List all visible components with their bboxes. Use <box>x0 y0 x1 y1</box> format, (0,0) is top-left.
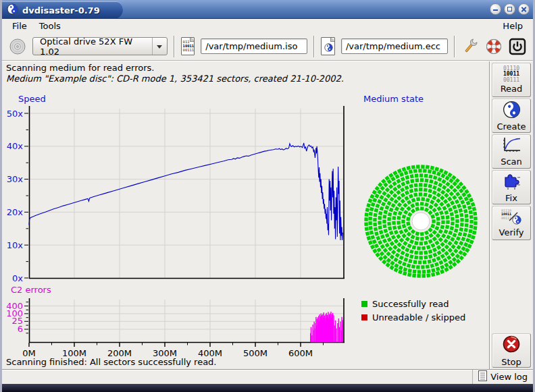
verify-icon: 011101001100111 <box>501 209 521 227</box>
svg-text:30x: 30x <box>7 174 24 184</box>
title-tab: dvdisaster-0.79 <box>0 1 123 19</box>
scan-button[interactable]: Scan <box>492 134 531 169</box>
speed-and-c2-chart: 0x10x20x30x40x50x6251004000M100M200M300M… <box>5 92 357 362</box>
medium-state-title: Medium state <box>363 94 424 104</box>
menubar: File Tools Help <box>2 19 533 32</box>
svg-text:40x: 40x <box>7 141 24 151</box>
preferences-wrench-icon[interactable] <box>461 37 479 56</box>
svg-text:400: 400 <box>6 301 23 311</box>
app-window: dvdisaster-0.79 File Tools Help Optical … <box>0 0 535 392</box>
legend-green-swatch <box>361 301 367 307</box>
menu-help[interactable]: Help <box>496 20 529 32</box>
drive-selector[interactable]: Optical drive 52X FW 1.02 <box>32 37 168 55</box>
scan-chart-icon <box>501 136 521 156</box>
ecc-yinyang-icon <box>324 43 333 53</box>
drive-selector-value: Optical drive 52X FW 1.02 <box>33 36 152 57</box>
scan-button-label: Scan <box>501 157 522 167</box>
fix-button-label: Fix <box>505 193 517 203</box>
legend-item-bad: Unreadable / skipped <box>361 310 465 324</box>
svg-text:500M: 500M <box>243 348 268 358</box>
cd-drive-icon <box>9 38 26 55</box>
main-content: Scanning medium for read errors. Medium … <box>2 61 533 369</box>
fix-button[interactable]: Fix <box>492 170 531 204</box>
status-line2: Medium "Example disc": CD-R mode 1, 3534… <box>6 74 344 84</box>
fix-puzzle-icon <box>501 171 521 192</box>
toolbar: Optical drive 52X FW 1.02 011 10011 0011… <box>2 32 533 61</box>
verify-button[interactable]: 011101001100111 Verify <box>492 206 531 240</box>
stop-icon <box>501 334 521 356</box>
finish-status-line: Scanning finished: All sectors successfu… <box>6 357 217 367</box>
legend-bad-label: Unreadable / skipped <box>372 312 465 323</box>
titlebar: dvdisaster-0.79 <box>0 0 535 19</box>
status-line1: Scanning medium for read errors. <box>6 63 154 73</box>
ecc-file-icon <box>321 37 335 55</box>
svg-text:20x: 20x <box>7 207 24 217</box>
log-document-icon <box>478 370 487 383</box>
menu-file[interactable]: File <box>6 20 33 32</box>
read-binary-icon: 011101001100111 <box>503 66 519 84</box>
quit-power-icon[interactable] <box>509 38 526 55</box>
verify-button-label: Verify <box>499 227 524 237</box>
view-log-label: View log <box>490 372 528 382</box>
medium-state-disc <box>360 159 486 281</box>
view-log-button[interactable]: View log <box>472 370 533 384</box>
stop-button-label: Stop <box>501 357 521 367</box>
ecc-path-input[interactable] <box>341 38 448 54</box>
legend-ok-label: Successfully read <box>372 299 449 309</box>
svg-text:50x: 50x <box>7 109 24 119</box>
toolbar-separator <box>454 36 455 57</box>
iso-file-icon: 011 10011 00111 <box>181 37 195 55</box>
iso-path-input[interactable] <box>201 38 307 54</box>
svg-text:10x: 10x <box>7 240 24 250</box>
create-yinyang-icon <box>503 101 521 121</box>
minimize-button[interactable] <box>490 3 501 15</box>
legend-item-ok: Successfully read <box>361 297 465 310</box>
toolbar-separator <box>174 36 175 57</box>
svg-text:0x: 0x <box>12 273 23 283</box>
menu-tools[interactable]: Tools <box>33 20 67 32</box>
read-button[interactable]: 011101001100111 Read <box>492 63 531 97</box>
stop-button[interactable]: Stop <box>492 333 531 368</box>
create-button-label: Create <box>496 121 526 132</box>
chevron-down-icon <box>153 42 166 51</box>
create-button[interactable]: Create <box>492 99 531 133</box>
statusbar: View log <box>2 369 533 384</box>
maximize-button[interactable] <box>504 3 515 15</box>
help-lifebuoy-icon[interactable] <box>485 38 503 55</box>
action-sidebar: 011101001100111 Read Create Scan Fix <box>489 61 533 369</box>
app-icon <box>7 3 18 18</box>
svg-text:600M: 600M <box>288 348 313 358</box>
window-title: dvdisaster-0.79 <box>22 5 100 16</box>
window-bottom-frame <box>0 384 535 392</box>
legend-red-swatch <box>361 314 367 320</box>
medium-state-legend: Successfully read Unreadable / skipped <box>361 297 465 324</box>
read-button-label: Read <box>501 84 523 94</box>
close-button[interactable] <box>518 3 530 15</box>
toolbar-separator <box>313 36 315 57</box>
